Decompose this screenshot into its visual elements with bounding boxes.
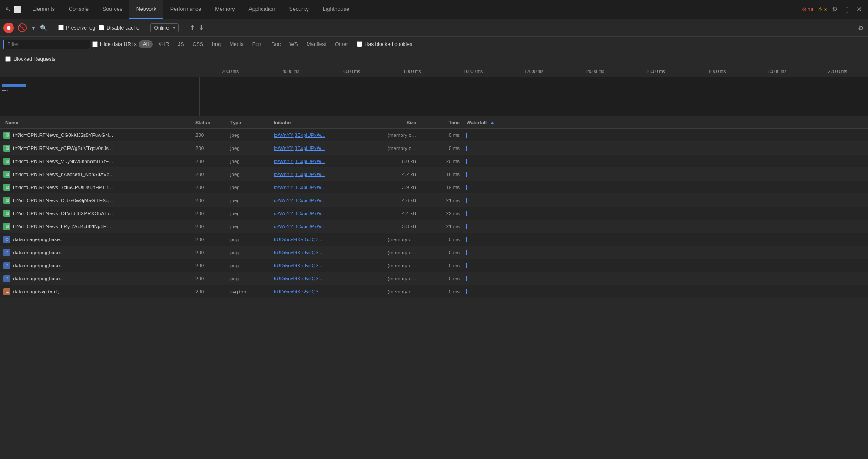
- timeline-tick: 6000 ms: [321, 69, 382, 74]
- clear-button[interactable]: 🚫: [17, 23, 27, 33]
- filter-js-button[interactable]: JS: [174, 40, 187, 49]
- table-row[interactable]: ✕ data:image/png;base... 200 png hUDr5cv…: [0, 272, 868, 285]
- filter-media-button[interactable]: Media: [226, 40, 247, 49]
- cell-initiator[interactable]: ioAVnYYj8CxpiUPxW...: [274, 146, 369, 151]
- disable-cache-checkbox[interactable]: [99, 25, 104, 30]
- search-icon[interactable]: 🔍: [40, 24, 47, 31]
- cell-initiator[interactable]: hUDr5cv9tKe-5diQ3...: [274, 250, 369, 255]
- row-name-text: th?id=OPN.RTNews_cCFWgSuVTqdv0nJs...: [13, 146, 113, 151]
- filter-css-button[interactable]: CSS: [189, 40, 207, 49]
- hide-data-urls-label[interactable]: Hide data URLs: [92, 41, 137, 47]
- cell-size: 3.8 kB: [369, 224, 421, 229]
- cell-status: 200: [195, 250, 230, 255]
- warning-icon: ⚠: [818, 6, 823, 13]
- cell-waterfall: [465, 272, 868, 285]
- tab-console[interactable]: Console: [62, 0, 96, 19]
- table-row[interactable]: 🖼 th?id=OPN.RTNews_LRy-2AuKct82lNp3R... …: [0, 220, 868, 233]
- timeline-tick: 4000 ms: [261, 69, 321, 74]
- cursor-icon[interactable]: ↖: [5, 5, 11, 13]
- cell-initiator[interactable]: hUDr5cv9tKe-5diQ3...: [274, 276, 369, 281]
- divider-2: [145, 23, 145, 32]
- tab-sources[interactable]: Sources: [96, 0, 129, 19]
- filter-all-button[interactable]: All: [139, 40, 153, 48]
- table-row[interactable]: 🖼 th?id=OPN.RTNews_cCFWgSuVTqdv0nJs... 2…: [0, 142, 868, 155]
- tab-security[interactable]: Security: [282, 0, 316, 19]
- cell-initiator[interactable]: hUDr5cv9tKe-5diQ3...: [274, 237, 369, 242]
- table-row[interactable]: 🖼 th?id=OPN.RTNews_Cidks0wSjMaG-LFXq... …: [0, 194, 868, 207]
- divider-3: [184, 23, 184, 32]
- col-header-size[interactable]: Size: [369, 120, 421, 125]
- col-header-name[interactable]: Name: [0, 120, 195, 125]
- cell-waterfall: [465, 168, 868, 180]
- filter-icon[interactable]: ▼: [30, 24, 36, 31]
- hide-data-urls-checkbox[interactable]: [92, 41, 98, 47]
- col-header-time[interactable]: Time: [421, 120, 465, 125]
- cell-initiator[interactable]: ioAVnYYj8CxpiUPxW...: [274, 185, 369, 190]
- cell-initiator[interactable]: hUDr5cv9tKe-5diQ3...: [274, 289, 369, 294]
- table-row[interactable]: ✕ data:image/png;base... 200 png hUDr5cv…: [0, 259, 868, 272]
- timeline-area[interactable]: ━━ ·: [0, 77, 868, 116]
- table-row[interactable]: 🖼 th?id=OPN.RTNews_CG0kKlJ2s8YFuwGN... 2…: [0, 129, 868, 142]
- has-blocked-cookies-checkbox[interactable]: [357, 41, 362, 47]
- tab-memory[interactable]: Memory: [208, 0, 242, 19]
- cell-initiator[interactable]: ioAVnYYj8CxpiUPxW...: [274, 198, 369, 203]
- tab-network[interactable]: Network: [129, 0, 163, 19]
- filter-img-button[interactable]: Img: [209, 40, 224, 49]
- error-badge[interactable]: ⊗ 19: [802, 6, 813, 13]
- cell-initiator[interactable]: hUDr5cv9tKe-5diQ3...: [274, 263, 369, 268]
- table-row[interactable]: ⬡ data:image/png;base... 200 png hUDr5cv…: [0, 233, 868, 246]
- col-header-type[interactable]: Type: [230, 120, 274, 125]
- cell-type: jpeg: [230, 172, 274, 177]
- filter-manifest-button[interactable]: Manifest: [303, 40, 330, 49]
- col-header-status[interactable]: Status: [195, 120, 230, 125]
- device-toggle-icon[interactable]: ⬜: [13, 6, 22, 13]
- import-button[interactable]: ⬆: [189, 23, 195, 32]
- table-row[interactable]: 🖼 th?id=OPN.RTNews_V-QNlW5hhhoml1YtE... …: [0, 155, 868, 168]
- disable-cache-label[interactable]: Disable cache: [99, 25, 139, 31]
- tab-application[interactable]: Application: [242, 0, 282, 19]
- filter-other-button[interactable]: Other: [331, 40, 351, 49]
- cell-status: 200: [195, 263, 230, 268]
- table-row[interactable]: ☁ data:image/svg+xml;... 200 svg+xml hUD…: [0, 285, 868, 298]
- table-row[interactable]: 🖼 th?id=OPN.RTNews_nAaccetB_NbnSuAVp... …: [0, 168, 868, 181]
- filter-font-button[interactable]: Font: [249, 40, 266, 49]
- blocked-requests-checkbox[interactable]: [5, 56, 11, 62]
- record-button[interactable]: ⏺: [3, 23, 14, 33]
- throttle-select[interactable]: Online: [150, 23, 179, 32]
- table-row[interactable]: 🖼 th?id=OPN.RTNews_OLVBbt8XPRXOhAL7... 2…: [0, 207, 868, 220]
- cell-name: ✕ data:image/png;base...: [0, 275, 195, 282]
- more-options-icon[interactable]: ⋮: [843, 5, 851, 14]
- preserve-log-label[interactable]: Preserve log: [58, 25, 95, 31]
- cell-initiator[interactable]: ioAVnYYj8CxpiUPxW...: [274, 133, 369, 138]
- settings-icon[interactable]: ⚙: [831, 5, 838, 14]
- tab-lighthouse[interactable]: Lighthouse: [316, 0, 356, 19]
- blocked-requests-label: Blocked Requests: [13, 56, 56, 62]
- cell-initiator[interactable]: ioAVnYYj8CxpiUPxW...: [274, 224, 369, 229]
- cell-initiator[interactable]: ioAVnYYj8CxpiUPxW...: [274, 159, 369, 164]
- table-row[interactable]: 🖼 th?id=OPN.RTNews_7cil6CPOtDaunHPTB... …: [0, 181, 868, 194]
- cell-initiator[interactable]: ioAVnYYj8CxpiUPxW...: [274, 172, 369, 177]
- table-row[interactable]: ✕ data:image/png;base... 200 png hUDr5cv…: [0, 246, 868, 259]
- filter-ws-button[interactable]: WS: [286, 40, 301, 49]
- cell-initiator[interactable]: ioAVnYYj8CxpiUPxW...: [274, 211, 369, 216]
- cell-status: 200: [195, 172, 230, 177]
- close-icon[interactable]: ✕: [855, 5, 863, 14]
- filter-xhr-button[interactable]: XHR: [155, 40, 172, 49]
- preserve-log-checkbox[interactable]: [58, 25, 64, 30]
- filter-input[interactable]: [3, 40, 90, 49]
- col-header-waterfall[interactable]: Waterfall ▲: [465, 120, 868, 125]
- row-name-text: th?id=OPN.RTNews_nAaccetB_NbnSuAVp...: [13, 172, 113, 177]
- waterfall-bar: [466, 289, 467, 294]
- col-header-initiator[interactable]: Initiator: [274, 120, 369, 125]
- cell-waterfall: [465, 233, 868, 246]
- warning-badge[interactable]: ⚠ 3: [818, 6, 827, 13]
- has-blocked-cookies-label[interactable]: Has blocked cookies: [357, 41, 412, 47]
- tab-elements[interactable]: Elements: [25, 0, 62, 19]
- network-settings-icon[interactable]: ⚙: [857, 23, 865, 33]
- filter-doc-button[interactable]: Doc: [268, 40, 284, 49]
- timeline-right: [200, 77, 868, 116]
- cell-size: (memory c…: [369, 146, 421, 151]
- export-button[interactable]: ⬇: [199, 23, 204, 32]
- tab-performance[interactable]: Performance: [163, 0, 209, 19]
- cell-type: jpeg: [230, 198, 274, 203]
